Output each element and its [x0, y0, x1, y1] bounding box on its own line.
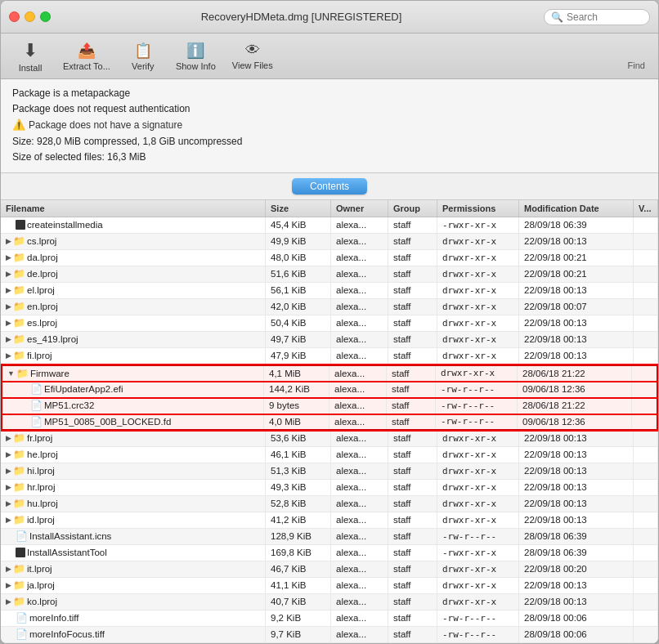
- file-table-container[interactable]: Filename Size Owner Group Permissions Mo…: [1, 200, 658, 643]
- install-icon: ⬇: [23, 40, 38, 61]
- exec-icon: [16, 220, 25, 230]
- verify-button[interactable]: 📋 Verify: [127, 42, 159, 71]
- expand-icon[interactable]: ▶: [6, 237, 11, 245]
- table-row[interactable]: ▶ 📁 es_419.lproj 49,7 KiBalexa...staffdr…: [1, 332, 658, 348]
- cell-permissions: drwxr-xr-x: [437, 512, 519, 528]
- table-row[interactable]: 📄 moreInfoFocus.tiff 9,7 KiBalexa...staf…: [1, 627, 658, 643]
- filename-text: ja.lproj: [27, 580, 55, 590]
- table-row[interactable]: 📄 InstallAssistant.icns 128,9 KiBalexa..…: [1, 529, 658, 545]
- cell-size: 56,1 KiB: [266, 283, 331, 298]
- table-row[interactable]: ▶ 📁 ko.lproj 40,7 KiBalexa...staffdrwxr-…: [1, 594, 658, 610]
- cell-size: 48,0 KiB: [266, 250, 331, 266]
- table-row[interactable]: ▼ 📁 Firmware 4,1 MiBalexa...staffdrwxr-x…: [1, 364, 658, 382]
- cell-permissions: drwxr-xr-x: [436, 366, 518, 381]
- filename-text: he.lproj: [27, 449, 58, 459]
- close-button[interactable]: [9, 11, 20, 22]
- search-input[interactable]: [567, 11, 643, 23]
- expand-icon[interactable]: ▶: [6, 335, 11, 343]
- table-row[interactable]: ▶ 📁 fi.lproj 47,9 KiBalexa...staffdrwxr-…: [1, 348, 658, 364]
- table-row[interactable]: ▶ 📁 hr.lproj 49,3 KiBalexa...staffdrwxr-…: [1, 480, 658, 496]
- expand-icon[interactable]: ▶: [6, 319, 11, 327]
- cell-owner: alexa...: [331, 496, 388, 512]
- cell-size: 41,2 KiB: [266, 512, 331, 528]
- expand-icon[interactable]: ▶: [6, 516, 11, 524]
- view-files-button[interactable]: 👁 View Files: [232, 42, 273, 70]
- show-info-button[interactable]: ℹ️ Show Info: [176, 42, 216, 71]
- minimize-button[interactable]: [25, 11, 35, 22]
- cell-permissions: drwxr-xr-x: [437, 594, 519, 610]
- folder-icon: 📁: [13, 514, 25, 525]
- cell-size: 9,7 KiB: [266, 627, 331, 642]
- expand-icon[interactable]: ▶: [6, 302, 11, 311]
- table-row[interactable]: InstallAssistantTool 169,8 KiBalexa...st…: [1, 545, 658, 561]
- cell-permissions: -rw-r--r--: [437, 627, 519, 642]
- cell-group: staff: [388, 299, 437, 315]
- expand-icon[interactable]: ▼: [7, 369, 15, 378]
- expand-icon[interactable]: ▶: [6, 253, 11, 262]
- extract-button[interactable]: 📤 Extract To...: [63, 42, 110, 71]
- filename-text: es_419.lproj: [27, 334, 78, 344]
- table-row[interactable]: ▶ 📁 hu.lproj 52,8 KiBalexa...staffdrwxr-…: [1, 496, 658, 512]
- table-row[interactable]: ▶ 📁 cs.lproj 49,9 KiBalexa...staffdrwxr-…: [1, 234, 658, 250]
- expand-icon[interactable]: ▶: [6, 467, 11, 475]
- folder-icon: 📁: [13, 449, 25, 460]
- table-row[interactable]: ▶ 📁 fr.lproj 53,6 KiBalexa...staffdrwxr-…: [1, 431, 658, 447]
- expand-icon[interactable]: ▶: [6, 434, 11, 442]
- cell-date: 22/09/18 00:13: [519, 332, 634, 347]
- expand-icon[interactable]: ▶: [6, 499, 11, 508]
- table-row[interactable]: 📄 EfiUpdaterApp2.efi 144,2 KiBalexa...st…: [1, 382, 658, 398]
- table-row[interactable]: createinstallmedia 45,4 KiBalexa...staff…: [1, 217, 658, 234]
- expand-icon[interactable]: ▶: [6, 286, 11, 294]
- info-line-1: Package is a metapackage: [12, 86, 647, 101]
- table-row[interactable]: 📄 moreInfo.tiff 9,2 KiBalexa...staff-rw-…: [1, 610, 658, 627]
- cell-group: staff: [388, 266, 437, 282]
- install-button[interactable]: ⬇ Install: [14, 40, 47, 73]
- expand-icon[interactable]: ▶: [6, 483, 11, 491]
- doc-icon: 📄: [30, 400, 43, 411]
- cell-size: 49,9 KiB: [266, 234, 331, 249]
- cell-size: 46,1 KiB: [266, 447, 331, 463]
- cell-date: 28/09/18 00:06: [519, 627, 634, 642]
- maximize-button[interactable]: [40, 11, 51, 22]
- table-row[interactable]: ▶ 📁 he.lproj 46,1 KiBalexa...staffdrwxr-…: [1, 447, 658, 463]
- cell-filename: 📄 moreInfo.tiff: [1, 610, 266, 626]
- filename-text: InstallAssistantTool: [27, 548, 107, 557]
- filename-text: fr.lproj: [27, 433, 52, 443]
- cell-permissions: -rw-r--r--: [436, 398, 518, 414]
- contents-button[interactable]: Contents: [292, 178, 367, 195]
- cell-owner: alexa...: [331, 266, 388, 282]
- expand-icon[interactable]: ▶: [6, 270, 11, 278]
- cell-filename: 📄 MP51_0085_00B_LOCKED.fd: [2, 414, 264, 429]
- table-row[interactable]: 📄 MP51.crc32 9 bytesalexa...staff-rw-r--…: [1, 398, 658, 414]
- cell-permissions: drwxr-xr-x: [437, 234, 519, 249]
- table-row[interactable]: ▶ 📁 id.lproj 41,2 KiBalexa...staffdrwxr-…: [1, 512, 658, 529]
- table-row[interactable]: ▶ 📁 el.lproj 56,1 KiBalexa...staffdrwxr-…: [1, 283, 658, 299]
- table-row[interactable]: ▶ 📁 de.lproj 51,6 KiBalexa...staffdrwxr-…: [1, 266, 658, 283]
- table-row[interactable]: ▶ 📁 es.lproj 50,4 KiBalexa...staffdrwxr-…: [1, 315, 658, 332]
- expand-icon[interactable]: ▶: [6, 450, 11, 458]
- expand-icon[interactable]: ▶: [6, 581, 11, 589]
- search-box[interactable]: 🔍: [544, 9, 650, 25]
- table-row[interactable]: 📄 MP51_0085_00B_LOCKED.fd 4,0 MiBalexa..…: [1, 414, 658, 431]
- expand-icon[interactable]: ▶: [6, 351, 11, 360]
- table-row[interactable]: ▶ 📁 hi.lproj 51,3 KiBalexa...staffdrwxr-…: [1, 463, 658, 480]
- table-row[interactable]: ▶ 📁 en.lproj 42,0 KiBalexa...staffdrwxr-…: [1, 299, 658, 315]
- cell-group: staff: [387, 366, 436, 381]
- cell-group: staff: [388, 561, 437, 577]
- cell-group: staff: [388, 627, 437, 642]
- folder-icon: 📁: [13, 465, 25, 476]
- doc-icon: 📄: [16, 530, 28, 542]
- expand-icon[interactable]: ▶: [6, 597, 11, 606]
- doc-icon: 📄: [30, 383, 43, 395]
- folder-icon: 📁: [13, 481, 25, 493]
- filename-text: en.lproj: [27, 302, 58, 311]
- folder-icon: 📁: [13, 596, 25, 607]
- col-modification-date: Modification Date: [519, 200, 634, 217]
- cell-group: staff: [388, 463, 437, 479]
- cell-size: 47,9 KiB: [266, 348, 331, 364]
- info-line-3: ⚠️ Package does not have a signature: [12, 117, 647, 134]
- table-row[interactable]: ▶ 📁 it.lproj 46,7 KiBalexa...staffdrwxr-…: [1, 561, 658, 578]
- expand-icon[interactable]: ▶: [6, 565, 11, 573]
- table-row[interactable]: ▶ 📁 ja.lproj 41,1 KiBalexa...staffdrwxr-…: [1, 578, 658, 594]
- table-row[interactable]: ▶ 📁 da.lproj 48,0 KiBalexa...staffdrwxr-…: [1, 250, 658, 266]
